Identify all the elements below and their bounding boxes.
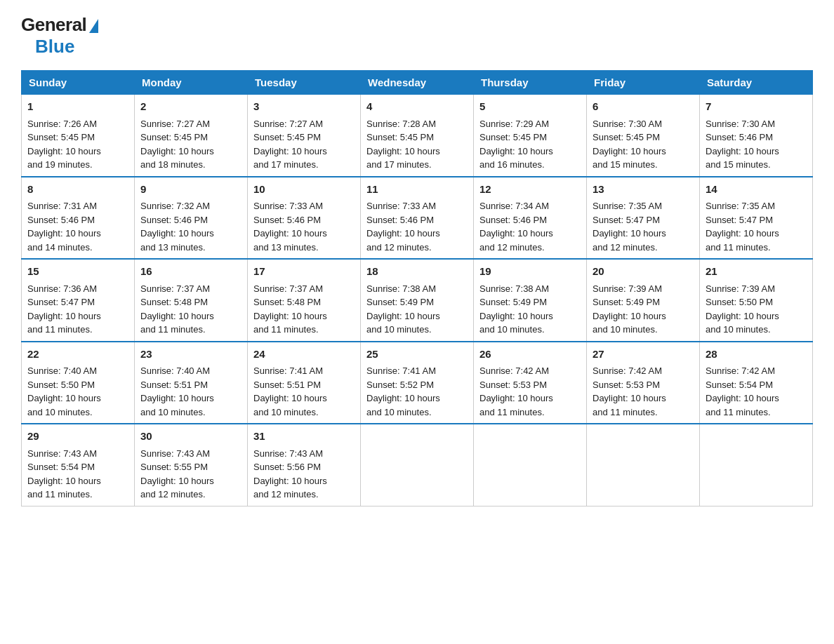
day-number: 13: [593, 182, 694, 198]
calendar-cell: 9Sunrise: 7:32 AM Sunset: 5:46 PM Daylig…: [135, 177, 248, 260]
logo-triangle-icon: [89, 19, 98, 33]
day-info: Sunrise: 7:41 AM Sunset: 5:52 PM Dayligh…: [366, 364, 468, 419]
day-number: 14: [706, 182, 807, 198]
calendar-cell: 29Sunrise: 7:43 AM Sunset: 5:54 PM Dayli…: [22, 424, 135, 506]
calendar-cell: 31Sunrise: 7:43 AM Sunset: 5:56 PM Dayli…: [248, 424, 361, 506]
calendar-cell: 2Sunrise: 7:27 AM Sunset: 5:45 PM Daylig…: [135, 95, 248, 177]
day-info: Sunrise: 7:40 AM Sunset: 5:51 PM Dayligh…: [140, 364, 241, 419]
calendar-cell: 27Sunrise: 7:42 AM Sunset: 5:53 PM Dayli…: [587, 342, 700, 424]
day-info: Sunrise: 7:32 AM Sunset: 5:46 PM Dayligh…: [140, 199, 241, 254]
day-info: Sunrise: 7:26 AM Sunset: 5:45 PM Dayligh…: [27, 117, 128, 172]
calendar-cell: 17Sunrise: 7:37 AM Sunset: 5:48 PM Dayli…: [248, 259, 361, 342]
day-info: Sunrise: 7:37 AM Sunset: 5:48 PM Dayligh…: [253, 282, 355, 337]
day-info: Sunrise: 7:34 AM Sunset: 5:46 PM Dayligh…: [479, 199, 581, 254]
calendar-cell: 6Sunrise: 7:30 AM Sunset: 5:45 PM Daylig…: [587, 95, 700, 177]
day-number: 26: [479, 347, 581, 363]
day-number: 29: [27, 429, 128, 445]
calendar-cell: 11Sunrise: 7:33 AM Sunset: 5:46 PM Dayli…: [361, 177, 474, 260]
day-number: 11: [366, 182, 468, 198]
header-sunday: Sunday: [22, 71, 135, 95]
day-info: Sunrise: 7:37 AM Sunset: 5:48 PM Dayligh…: [140, 282, 241, 337]
day-info: Sunrise: 7:42 AM Sunset: 5:54 PM Dayligh…: [706, 364, 807, 419]
day-info: Sunrise: 7:33 AM Sunset: 5:46 PM Dayligh…: [366, 199, 468, 254]
logo-blue-text: Blue: [35, 36, 74, 58]
day-number: 5: [479, 99, 581, 115]
logo-general-text: General: [21, 14, 98, 36]
day-info: Sunrise: 7:27 AM Sunset: 5:45 PM Dayligh…: [140, 117, 241, 172]
calendar-cell: 15Sunrise: 7:36 AM Sunset: 5:47 PM Dayli…: [22, 259, 135, 342]
header-monday: Monday: [135, 71, 248, 95]
day-number: 8: [27, 182, 128, 198]
calendar-cell: 28Sunrise: 7:42 AM Sunset: 5:54 PM Dayli…: [700, 342, 813, 424]
day-number: 23: [140, 347, 241, 363]
calendar-cell: 18Sunrise: 7:38 AM Sunset: 5:49 PM Dayli…: [361, 259, 474, 342]
day-info: Sunrise: 7:30 AM Sunset: 5:46 PM Dayligh…: [706, 117, 807, 172]
day-info: Sunrise: 7:35 AM Sunset: 5:47 PM Dayligh…: [706, 199, 807, 254]
header-saturday: Saturday: [700, 71, 813, 95]
day-info: Sunrise: 7:28 AM Sunset: 5:45 PM Dayligh…: [366, 117, 468, 172]
calendar-cell: 10Sunrise: 7:33 AM Sunset: 5:46 PM Dayli…: [248, 177, 361, 260]
day-info: Sunrise: 7:42 AM Sunset: 5:53 PM Dayligh…: [479, 364, 581, 419]
calendar-cell: 19Sunrise: 7:38 AM Sunset: 5:49 PM Dayli…: [474, 259, 587, 342]
calendar-cell: 14Sunrise: 7:35 AM Sunset: 5:47 PM Dayli…: [700, 177, 813, 260]
header-friday: Friday: [587, 71, 700, 95]
calendar-table: SundayMondayTuesdayWednesdayThursdayFrid…: [21, 70, 813, 507]
day-number: 22: [27, 347, 128, 363]
calendar-cell: 13Sunrise: 7:35 AM Sunset: 5:47 PM Dayli…: [587, 177, 700, 260]
calendar-cell: 23Sunrise: 7:40 AM Sunset: 5:51 PM Dayli…: [135, 342, 248, 424]
day-info: Sunrise: 7:43 AM Sunset: 5:55 PM Dayligh…: [140, 447, 241, 502]
day-number: 15: [27, 264, 128, 280]
day-number: 1: [27, 99, 128, 115]
day-number: 6: [593, 99, 694, 115]
day-info: Sunrise: 7:43 AM Sunset: 5:56 PM Dayligh…: [253, 447, 355, 502]
day-number: 28: [706, 347, 807, 363]
day-number: 7: [706, 99, 807, 115]
day-info: Sunrise: 7:38 AM Sunset: 5:49 PM Dayligh…: [479, 282, 581, 337]
day-info: Sunrise: 7:35 AM Sunset: 5:47 PM Dayligh…: [593, 199, 694, 254]
day-number: 30: [140, 429, 241, 445]
calendar-cell: [474, 424, 587, 506]
header-tuesday: Tuesday: [248, 71, 361, 95]
day-number: 18: [366, 264, 468, 280]
day-number: 25: [366, 347, 468, 363]
day-number: 19: [479, 264, 581, 280]
header-wednesday: Wednesday: [361, 71, 474, 95]
day-info: Sunrise: 7:30 AM Sunset: 5:45 PM Dayligh…: [593, 117, 694, 172]
week-row-5: 29Sunrise: 7:43 AM Sunset: 5:54 PM Dayli…: [22, 424, 813, 506]
day-info: Sunrise: 7:31 AM Sunset: 5:46 PM Dayligh…: [27, 199, 128, 254]
day-number: 27: [593, 347, 694, 363]
calendar-cell: 4Sunrise: 7:28 AM Sunset: 5:45 PM Daylig…: [361, 95, 474, 177]
day-number: 12: [479, 182, 581, 198]
day-number: 4: [366, 99, 468, 115]
day-info: Sunrise: 7:40 AM Sunset: 5:50 PM Dayligh…: [27, 364, 128, 419]
calendar-cell: 8Sunrise: 7:31 AM Sunset: 5:46 PM Daylig…: [22, 177, 135, 260]
day-number: 10: [253, 182, 355, 198]
day-number: 3: [253, 99, 355, 115]
day-info: Sunrise: 7:33 AM Sunset: 5:46 PM Dayligh…: [253, 199, 355, 254]
week-row-3: 15Sunrise: 7:36 AM Sunset: 5:47 PM Dayli…: [22, 259, 813, 342]
calendar-cell: 1Sunrise: 7:26 AM Sunset: 5:45 PM Daylig…: [22, 95, 135, 177]
day-info: Sunrise: 7:42 AM Sunset: 5:53 PM Dayligh…: [593, 364, 694, 419]
calendar-cell: 7Sunrise: 7:30 AM Sunset: 5:46 PM Daylig…: [700, 95, 813, 177]
day-info: Sunrise: 7:39 AM Sunset: 5:50 PM Dayligh…: [706, 282, 807, 337]
calendar-cell: 25Sunrise: 7:41 AM Sunset: 5:52 PM Dayli…: [361, 342, 474, 424]
day-info: Sunrise: 7:38 AM Sunset: 5:49 PM Dayligh…: [366, 282, 468, 337]
header-thursday: Thursday: [474, 71, 587, 95]
calendar-cell: 12Sunrise: 7:34 AM Sunset: 5:46 PM Dayli…: [474, 177, 587, 260]
calendar-cell: 5Sunrise: 7:29 AM Sunset: 5:45 PM Daylig…: [474, 95, 587, 177]
calendar-cell: 22Sunrise: 7:40 AM Sunset: 5:50 PM Dayli…: [22, 342, 135, 424]
day-number: 21: [706, 264, 807, 280]
day-info: Sunrise: 7:29 AM Sunset: 5:45 PM Dayligh…: [479, 117, 581, 172]
day-info: Sunrise: 7:39 AM Sunset: 5:49 PM Dayligh…: [593, 282, 694, 337]
calendar-header-row: SundayMondayTuesdayWednesdayThursdayFrid…: [22, 71, 813, 95]
day-number: 2: [140, 99, 241, 115]
page-header: General Blue: [21, 14, 813, 58]
day-number: 16: [140, 264, 241, 280]
day-info: Sunrise: 7:27 AM Sunset: 5:45 PM Dayligh…: [253, 117, 355, 172]
day-number: 31: [253, 429, 355, 445]
calendar-cell: [361, 424, 474, 506]
day-number: 9: [140, 182, 241, 198]
calendar-cell: 16Sunrise: 7:37 AM Sunset: 5:48 PM Dayli…: [135, 259, 248, 342]
day-info: Sunrise: 7:36 AM Sunset: 5:47 PM Dayligh…: [27, 282, 128, 337]
calendar-cell: [587, 424, 700, 506]
